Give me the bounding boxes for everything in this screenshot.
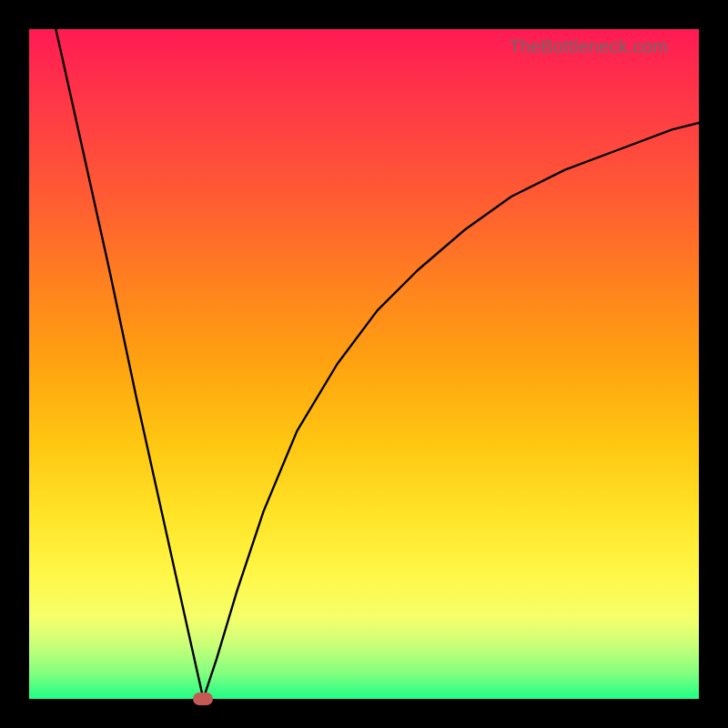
curve-path	[56, 29, 699, 699]
optimum-marker	[193, 693, 213, 705]
bottleneck-curve	[29, 29, 699, 699]
chart-frame: TheBottleneck.com	[0, 0, 728, 728]
plot-area: TheBottleneck.com	[29, 29, 699, 699]
watermark-text: TheBottleneck.com	[509, 36, 668, 57]
